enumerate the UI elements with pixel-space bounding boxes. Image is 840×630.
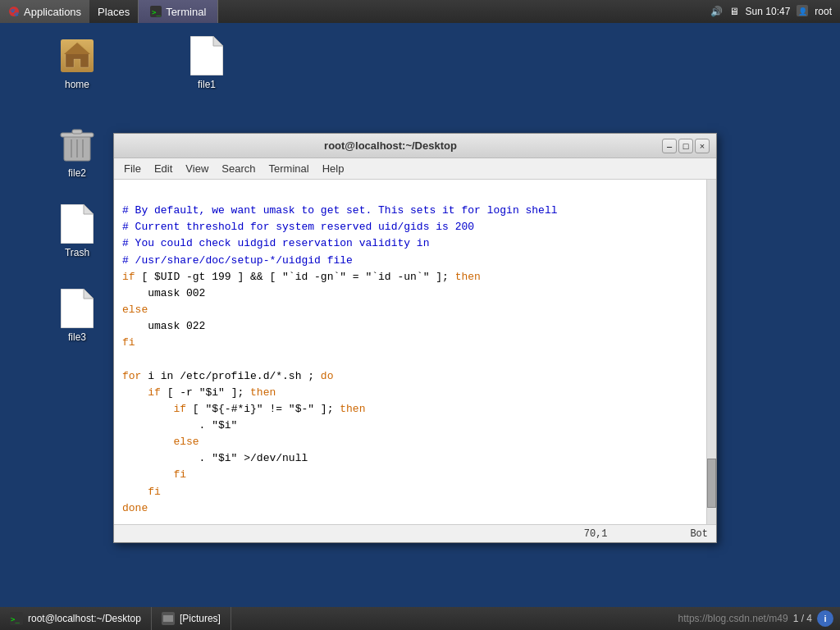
- code-line: fi: [122, 336, 135, 349]
- applications-icon: 🐾: [8, 6, 20, 17]
- bottom-right-area: https://blog.csdn.net/m49 1 / 4 i: [678, 610, 840, 627]
- code-line: [122, 353, 129, 365]
- menu-help[interactable]: Help: [316, 158, 351, 179]
- user-icon: 👤: [797, 5, 808, 16]
- file2-icon-img: [57, 204, 97, 244]
- code-line: [122, 386, 148, 399]
- code-line: [122, 518, 129, 524]
- file1-icon: [190, 36, 223, 75]
- username-label: root: [815, 6, 832, 17]
- scrollbar-thumb[interactable]: [707, 459, 716, 508]
- code-line: [122, 486, 148, 498]
- code-line: [122, 436, 173, 448]
- file2-icon: [61, 204, 94, 244]
- code-line: . "$i" >/dev/null: [122, 452, 308, 464]
- code-line: else: [122, 304, 148, 316]
- svg-rect-19: [72, 130, 82, 134]
- close-button[interactable]: ×: [695, 139, 710, 153]
- scrollbar[interactable]: [706, 180, 716, 524]
- file3-icon: [61, 289, 94, 328]
- code-line: # By default, we want umask to get set. …: [122, 204, 558, 217]
- taskbar-right: 🔊 🖥 Sun 10:47 👤 root: [710, 5, 840, 19]
- svg-marker-21: [84, 204, 94, 214]
- code-line: umask 002: [122, 287, 205, 299]
- code-line: [122, 468, 173, 481]
- terminal-title: root@localhost:~/Desktop: [121, 139, 660, 152]
- menu-search[interactable]: Search: [215, 158, 262, 179]
- top-taskbar: 🐾 Applications Places >_ Terminal 🔊 🖥 Su…: [0, 0, 840, 23]
- maximize-button[interactable]: □: [678, 139, 693, 153]
- svg-rect-27: [163, 615, 173, 622]
- trash-icon-img: [57, 125, 97, 164]
- trash-icon: [59, 125, 95, 164]
- svg-text:>_: >_: [11, 615, 20, 623]
- terminal-statusbar: 70,1 Bot: [114, 524, 716, 542]
- code-line: if: [122, 271, 135, 283]
- bottom-task-pictures[interactable]: [Pictures]: [152, 607, 231, 630]
- info-button[interactable]: i: [817, 610, 833, 627]
- code-line: umask 022: [122, 320, 205, 332]
- code-line: # /usr/share/doc/setup-*/uidgid file: [122, 254, 353, 267]
- svg-text:👤: 👤: [798, 7, 808, 16]
- svg-text:🐾: 🐾: [10, 7, 20, 17]
- bottom-url: https://blog.csdn.net/m49: [678, 613, 788, 624]
- terminal-icon: >_: [150, 6, 162, 17]
- status-position: 70,1 Bot: [584, 528, 708, 540]
- menu-terminal[interactable]: Terminal: [262, 158, 316, 179]
- terminal-window: root@localhost:~/Desktop – □ × File Edit…: [113, 133, 717, 543]
- minimize-button[interactable]: –: [662, 139, 677, 153]
- applications-menu[interactable]: 🐾 Applications: [0, 0, 89, 23]
- clock: Sun 10:47: [746, 6, 791, 17]
- file1-icon-img: [187, 36, 226, 75]
- menu-edit[interactable]: Edit: [148, 158, 179, 179]
- bottom-pictures-icon: [162, 612, 175, 625]
- page-indicator: 1 / 4: [793, 613, 812, 624]
- code-line: . "$i": [122, 419, 237, 431]
- bottom-terminal-icon: >_: [10, 612, 23, 625]
- user-indicator: 👤: [797, 5, 808, 19]
- terminal-taskbar-tab[interactable]: >_ Terminal: [138, 0, 218, 23]
- menu-file[interactable]: File: [117, 158, 148, 179]
- svg-text:>_: >_: [152, 8, 161, 16]
- menu-view[interactable]: View: [179, 158, 215, 179]
- file3-icon-img: [57, 289, 97, 328]
- code-line: [122, 403, 173, 415]
- svg-marker-13: [213, 36, 223, 46]
- file1-desktop-icon[interactable]: file1: [174, 33, 240, 94]
- places-menu[interactable]: Places: [89, 0, 138, 23]
- terminal-titlebar: root@localhost:~/Desktop – □ ×: [114, 134, 716, 158]
- home-icon: [57, 36, 97, 75]
- display-icon[interactable]: 🖥: [729, 6, 739, 17]
- home-desktop-icon[interactable]: home: [44, 33, 110, 94]
- svg-marker-23: [84, 289, 94, 299]
- code-line: # You could check uidgid reservation val…: [122, 237, 429, 249]
- trash-desktop-icon[interactable]: file2: [44, 121, 110, 182]
- file2-desktop-icon[interactable]: Trash: [44, 201, 110, 262]
- terminal-menubar: File Edit View Search Terminal Help: [114, 158, 716, 180]
- code-editor[interactable]: # By default, we want umask to get set. …: [114, 180, 706, 524]
- terminal-content: # By default, we want umask to get set. …: [114, 180, 716, 524]
- home-icon-img: [57, 36, 97, 75]
- code-line: # Current threshold for system reserved …: [122, 221, 474, 233]
- code-line: done: [122, 502, 148, 514]
- file3-desktop-icon[interactable]: file3: [44, 285, 110, 346]
- bottom-task-terminal[interactable]: >_ root@localhost:~/Desktop: [0, 607, 152, 630]
- volume-icon[interactable]: 🔊: [710, 6, 723, 17]
- code-line: for: [122, 370, 141, 382]
- bottom-taskbar: >_ root@localhost:~/Desktop [Pictures] h…: [0, 607, 840, 630]
